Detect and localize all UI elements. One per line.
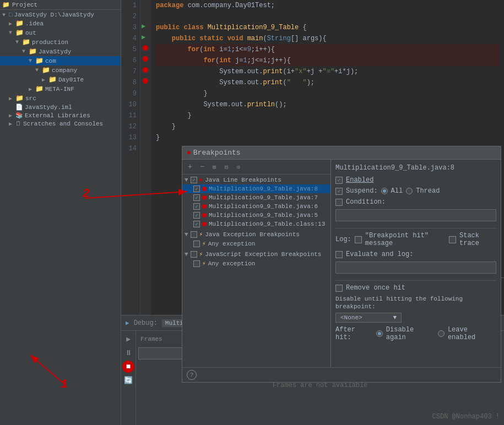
module-icon: □ [9,12,13,18]
tree-item-metainf[interactable]: ▶ 📁 META-INF [0,84,121,94]
tree-item-out[interactable]: ▼ 📁 out [0,28,121,37]
bp-group-java-line-header[interactable]: ▼ ● Java Line Breakpoints [182,176,330,184]
enabled-checkbox[interactable] [335,177,343,184]
radio-disable-again[interactable] [376,330,383,337]
bp-item-any-exception-java[interactable]: ⚡ Any exception [182,239,330,248]
line-num-13: 13 [121,132,137,143]
gutter: ▶ ▶ [140,0,151,315]
breakpoint-6[interactable] [143,56,148,62]
bp-checkbox[interactable] [193,241,200,247]
all-label: All [391,187,403,195]
tree-item-src[interactable]: ▶ 📁 src [0,94,121,103]
tree-item-company[interactable]: ▼ 📁 company [0,66,121,75]
tree-item-day01te[interactable]: ▶ 📁 Day01Te [0,75,121,84]
stop-btn[interactable]: ■ [122,361,134,373]
after-hit-label: After hit: [335,326,373,341]
scratches-icon: 🗒 [15,120,21,127]
bp-item-class13[interactable]: Multiplication9_9_Table.class:13 [182,220,330,228]
bp-item-6[interactable]: Multiplication9_9_Table.java:6 [182,202,330,211]
code-line-1: package com.company.Day01Test; [156,0,500,11]
tree-arrow: ▶ [29,86,35,92]
line-numbers: 1 2 3 4 5 6 7 8 9 10 11 12 13 14 [121,0,140,315]
evaluate-checkbox[interactable] [335,251,343,258]
tree-item-javastydy[interactable]: ▼ □ JavaStydy D:\JavaStydy [0,11,121,19]
bp-checkbox[interactable] [193,194,200,201]
bp-group-java-line: ▼ ● Java Line Breakpoints Multiplication… [182,176,330,228]
code-line-4: public static void main(String[] args){ [156,33,500,44]
tree-arrow: ▶ [9,95,15,102]
line-num-10: 10 [121,99,137,110]
bp-group-js-exception-header[interactable]: ▼ ⚡ JavaScript Exception Breakpoints [182,249,330,259]
copy-breakpoint-btn[interactable]: ⊞ [209,161,220,172]
tree-label: out [25,30,36,36]
none-dropdown[interactable]: <None> ▼ [335,313,402,323]
breakpoint-8[interactable] [143,78,148,84]
enabled-row: Enabled [335,176,496,184]
breakpoint-7[interactable] [143,67,148,73]
leave-enabled-label: Leave enabled [448,326,496,341]
condition-checkbox[interactable] [335,199,343,206]
condition-input[interactable] [335,209,496,221]
bp-checkbox[interactable] [193,212,200,219]
group-bp-icon: ● [199,177,203,183]
after-hit-row: After hit: Disable again Leave enabled [335,326,496,341]
bp-item-any-exception-js[interactable]: ⚡ Any exception [182,259,330,268]
bp-checkbox[interactable] [193,260,200,267]
tree-item-idea[interactable]: ▶ 📁 .idea [0,19,121,28]
log-message-checkbox[interactable] [355,236,362,243]
filter-breakpoints-btn[interactable]: ⊙ [233,161,244,172]
code-line-11: } [156,110,500,121]
remove-once-row: Remove once hit [335,284,496,292]
dialog-bottom: ? [182,367,501,382]
bp-checkbox[interactable] [193,186,200,192]
bp-item-5[interactable]: Multiplication9_9_Table.java:5 [182,211,330,220]
lightning-icon: ⚡ [202,240,206,247]
tree-item-scratches[interactable]: ▶ 🗒 Scratches and Consoles [0,119,121,128]
tree-item-production[interactable]: ▼ 📁 production [0,37,121,47]
tree-item-iml[interactable]: 📄 JavaStydy.iml [0,103,121,111]
bp-checkbox[interactable] [193,203,200,210]
stack-trace-checkbox[interactable] [449,236,456,243]
bp-group-java-exception-header[interactable]: ▼ ⚡ Java Exception Breakpoints [182,230,330,239]
line-num-4: 4 [121,33,137,44]
remove-breakpoint-btn[interactable]: − [197,161,208,172]
dialog-title: Breakpoints [193,149,241,157]
remove-once-checkbox[interactable] [335,285,343,292]
code-line-3: public class Multiplication9_9_Table { [156,22,500,33]
radio-thread[interactable] [406,188,413,194]
stop-icon[interactable]: ■ [122,361,134,373]
log-message-label: "Breakpoint hit" message [365,232,446,247]
add-breakpoint-btn[interactable]: + [185,161,196,172]
help-btn[interactable]: ? [187,370,197,380]
tree-item-external-libraries[interactable]: ▶ 📚 External Libraries [0,111,121,119]
group-checkbox[interactable] [191,231,197,238]
bp-label: Multiplication9_9_Table.java:6 [209,203,318,210]
tree-label: production [32,39,68,46]
resume-btn[interactable]: ▶ [122,333,134,345]
suspend-checkbox[interactable] [335,188,343,195]
group-expand-arrow: ▼ [185,251,188,258]
folder-blue-icon: 📁 [35,57,44,65]
bp-item-8[interactable]: Multiplication9_9_Table.java:8 [182,184,330,193]
breakpoints-list: ▼ ● Java Line Breakpoints Multiplication… [182,175,330,367]
suspend-row: Suspend: All Thread [335,187,496,195]
tree-item-com[interactable]: ▼ 📁 com [0,56,121,66]
bp-item-7[interactable]: Multiplication9_9_Table.java:7 [182,193,330,202]
breakpoint-header-icon: ● [187,149,191,157]
tree-label: src [25,95,36,102]
bp-checkbox[interactable] [193,221,200,227]
radio-all[interactable] [381,188,388,194]
group-checkbox[interactable] [191,177,197,183]
group-checkbox[interactable] [191,251,197,258]
evaluate-input[interactable] [335,261,496,274]
bp-label: Multiplication9_9_Table.java:7 [209,194,318,201]
line-num-7: 7 [121,66,137,77]
group-expand-arrow: ▼ [185,231,188,238]
sidebar-header: 📁 Project [0,0,121,10]
group-btn[interactable]: ⊟ [221,161,232,172]
breakpoint-5[interactable] [143,45,148,51]
tree-item-javastydy2[interactable]: ▼ 📁 JavaStydy [0,47,121,56]
pause-btn[interactable]: ⏸ [122,347,134,359]
radio-leave-enabled[interactable] [438,330,445,337]
rerun-btn[interactable]: 🔄 [122,374,134,386]
